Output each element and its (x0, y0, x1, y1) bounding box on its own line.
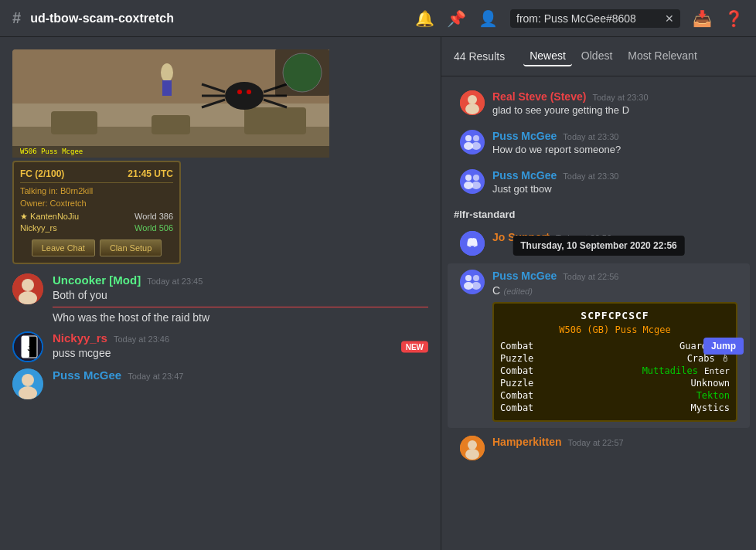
osrs-value-6: Mystics (690, 402, 730, 413)
osrs-value-3: Muttadiles (642, 365, 698, 376)
result-content-puss-main: Puss McGee Today at 22:56 C (edited) SCP… (492, 270, 737, 422)
game-panel-header: FC (2/100) 21:45 UTC (20, 168, 173, 183)
svg-rect-5 (244, 107, 306, 134)
tab-newest[interactable]: Newest (523, 46, 572, 66)
osrs-row-6: Combat Mystics (500, 402, 730, 414)
avatar-puss-main (460, 270, 485, 294)
osrs-type-4: Puzzle (500, 378, 533, 389)
result-header-puss-2: Puss McGee Today at 23:30 (492, 169, 737, 182)
svg-point-6 (225, 82, 264, 110)
new-badge: NEW (401, 341, 428, 353)
result-row-real-steve: Real Steve (Steve) Today at 23:30 glad t… (460, 90, 737, 116)
search-result-real-steve[interactable]: Real Steve (Steve) Today at 23:30 glad t… (448, 84, 750, 122)
uncooker-avatar-svg (12, 273, 43, 304)
date-tooltip: Thursday, 10 September 2020 22:56 (513, 236, 685, 256)
search-result-puss-main[interactable]: Thursday, 10 September 2020 22:56 (448, 263, 750, 428)
avatar-jo-support (460, 231, 485, 256)
result-row-puss-main: Puss McGee Today at 22:56 C (edited) SCP… (460, 270, 737, 422)
bell-icon[interactable]: 🔔 (415, 9, 434, 28)
message-content-nickyy: Nickyy_rs Today at 23:46 puss mcgee (53, 331, 428, 362)
result-header-puss-main: Puss McGee Today at 22:56 (492, 270, 737, 282)
channel-name: ud-tbow-scam-coxtretch (30, 12, 174, 25)
search-tabs: Newest Oldest Most Relevant (523, 46, 703, 66)
result-username-puss-main: Puss McGee (492, 270, 557, 282)
svg-rect-16 (162, 80, 172, 96)
result-edited-label: (edited) (504, 287, 533, 296)
message-nickyy: J Nickyy_rs Today at 23:46 puss mcgee NE… (0, 328, 441, 365)
game-screenshot: W506 Puss Mcgee FC (2/100) 21:45 UTC Tal… (12, 49, 428, 264)
result-timestamp-puss-main: Today at 22:56 (563, 272, 618, 281)
osrs-type-2: Puzzle (500, 353, 533, 364)
svg-point-40 (465, 175, 472, 181)
search-result-puss-2[interactable]: Puss McGee Today at 23:30 Just got tbow (448, 163, 750, 201)
results-count: 44 Results (454, 50, 505, 63)
search-clear-icon[interactable]: ✕ (665, 12, 674, 25)
svg-rect-4 (152, 115, 190, 134)
timestamp-uncooker: Today at 23:45 (147, 277, 203, 286)
svg-point-45 (460, 270, 485, 294)
talking-in: Talking in: B0rn2kill (20, 186, 173, 195)
pin-icon[interactable]: 📌 (447, 9, 466, 28)
main-content: W506 Puss Mcgee FC (2/100) 21:45 UTC Tal… (0, 37, 756, 550)
members-icon[interactable]: 👤 (478, 9, 498, 28)
tab-oldest[interactable]: Oldest (575, 46, 618, 66)
svg-point-42 (473, 175, 479, 181)
avatar-puss-2 (460, 169, 485, 194)
svg-point-46 (465, 275, 472, 281)
avatar-uncooker (12, 273, 43, 304)
puss-avatar-1-svg (460, 130, 485, 154)
puss-avatar-2-svg (460, 169, 485, 194)
chat-messages: W506 Puss Mcgee FC (2/100) 21:45 UTC Tal… (0, 37, 441, 550)
svg-point-14 (247, 90, 251, 94)
header: # ud-tbow-scam-coxtretch 🔔 📌 👤 ✕ 📥 ❓ (0, 0, 756, 37)
svg-point-33 (465, 104, 479, 114)
osrs-row-4: Puzzle Unknown (500, 377, 730, 389)
svg-point-51 (468, 440, 477, 450)
player-row: Nickyy_rs World 506 (20, 222, 173, 233)
svg-point-48 (473, 275, 479, 281)
game-panel-buttons: Leave Chat Clan Setup (20, 239, 173, 256)
svg-point-13 (237, 90, 242, 94)
username-uncooker: Uncooker [Mod] (53, 273, 141, 287)
search-result-hamperkitten[interactable]: Hamperkitten Today at 22:57 (448, 429, 750, 467)
result-username-real-steve: Real Steve (Steve) (492, 90, 586, 103)
tab-most-relevant[interactable]: Most Relevant (621, 46, 703, 66)
search-results: Real Steve (Steve) Today at 23:30 glad t… (441, 76, 756, 550)
avatar-puss (12, 368, 43, 399)
search-input[interactable] (516, 12, 662, 25)
header-icons: 🔔 📌 👤 ✕ 📥 ❓ (415, 9, 744, 28)
osrs-title: SCPFCPCSCF (500, 310, 730, 321)
username-puss-main: Puss McGee (53, 368, 121, 382)
svg-point-19 (283, 53, 322, 92)
help-icon[interactable]: ❓ (724, 9, 744, 28)
player-world-1: World 386 (135, 212, 173, 222)
search-result-puss-1[interactable]: Puss McGee Today at 23:30 How do we repo… (448, 124, 750, 161)
discord-logo-svg (460, 231, 485, 256)
avatar-hamperkitten (460, 436, 485, 460)
svg-point-52 (465, 449, 479, 460)
result-header-puss-1: Puss McGee Today at 23:30 (492, 130, 737, 142)
game-top-image: W506 Puss Mcgee (12, 49, 329, 158)
result-header-hamperkitten: Hamperkitten Today at 22:57 (492, 436, 737, 448)
search-bar[interactable]: ✕ (510, 9, 680, 28)
leave-chat-button[interactable]: Leave Chat (32, 239, 95, 256)
svg-point-35 (465, 135, 472, 141)
result-username-puss-1: Puss McGee (492, 130, 557, 142)
message-content-puss: Puss McGee Today at 23:47 (53, 368, 428, 383)
timestamp-puss: Today at 23:47 (128, 372, 183, 381)
player-world-2: World 506 (135, 223, 173, 233)
search-panel: 44 Results Newest Oldest Most Relevant (441, 37, 756, 550)
message-text-uncooker-2: Who was the host of the raid btw (53, 311, 428, 326)
result-row-puss-2: Puss McGee Today at 23:30 Just got tbow (460, 169, 737, 195)
svg-point-22 (22, 279, 34, 291)
player-name-1: ★ KantenNoJiu (20, 212, 79, 222)
inbox-icon[interactable]: 📥 (693, 9, 712, 28)
avatar-puss-1 (460, 130, 485, 154)
osrs-panel: SCPFCPCSCF W506 (GB) Puss Mcgee Combat G… (492, 302, 737, 422)
clan-setup-button[interactable]: Clan Setup (100, 239, 162, 256)
svg-point-37 (473, 135, 479, 141)
osrs-value-4: Unknown (690, 378, 730, 389)
jump-button[interactable]: Jump (703, 338, 744, 355)
osrs-row-2: Puzzle Crabs 🕯 (500, 352, 730, 365)
result-content-real-steve: Real Steve (Steve) Today at 23:30 glad t… (492, 90, 737, 116)
